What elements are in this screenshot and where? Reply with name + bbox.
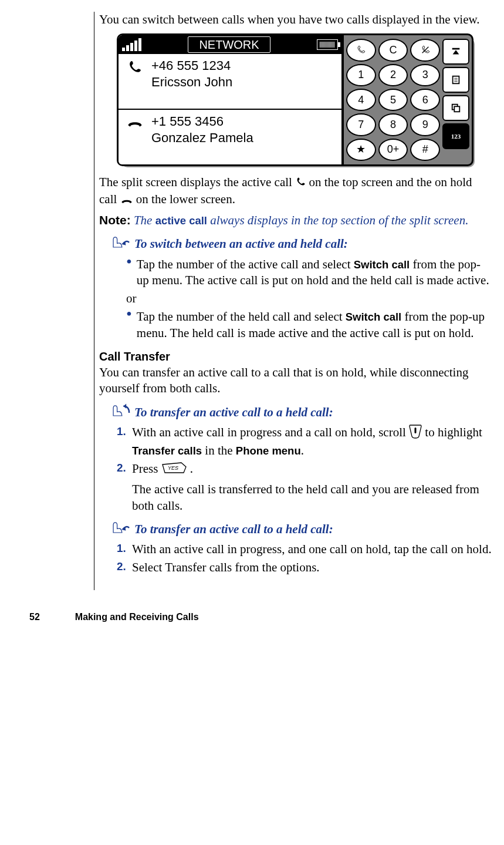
side-up-icon — [442, 39, 469, 65]
split-description: The split screen displays the active cal… — [99, 174, 492, 208]
svg-rect-1 — [452, 48, 460, 50]
key-mute-icon — [410, 39, 440, 61]
keypad: C 1 2 3 4 5 6 7 8 9 ★ 0+ # — [344, 35, 442, 164]
key-6: 6 — [410, 89, 440, 111]
step-item: 2. Press YES . — [117, 461, 492, 478]
page-number: 52 — [29, 611, 40, 624]
key-3: 3 — [410, 64, 440, 86]
note-label: Note: — [99, 213, 131, 227]
battery-icon — [317, 39, 338, 50]
key-hash: # — [410, 139, 440, 161]
key-8: 8 — [378, 113, 408, 136]
scroll-key-icon — [409, 425, 422, 443]
bullet-item: • Tap the number of the active call and … — [126, 257, 492, 289]
tap-back-icon — [111, 403, 132, 422]
footer-title: Making and Receiving Calls — [75, 611, 199, 624]
call-transfer-heading: Call Transfer — [99, 349, 492, 365]
tap-arrow-icon — [111, 234, 132, 254]
key-7: 7 — [346, 113, 376, 136]
side-panel: 123 — [442, 35, 472, 164]
svg-rect-8 — [454, 107, 459, 112]
key-5: 5 — [378, 89, 408, 111]
or-text: or — [126, 291, 492, 307]
svg-marker-2 — [453, 51, 459, 55]
phone-screen-illustration: NETWORK +46 555 1234 Ericsson John — [117, 33, 475, 166]
procedure-heading-transfer-2: To transfer an active call to a held cal… — [111, 520, 492, 539]
svg-rect-11 — [415, 427, 417, 433]
key-9: 9 — [410, 113, 440, 136]
active-call-number: +46 555 1234 — [151, 58, 232, 74]
network-label: NETWORK — [188, 36, 270, 53]
transfer-intro: You can transfer an active call to a cal… — [99, 365, 492, 397]
side-list-icon — [442, 67, 469, 93]
side-windows-icon — [442, 95, 469, 121]
procedure-heading-transfer-1: To transfer an active call to a held cal… — [111, 403, 492, 422]
page-footer: 52 Making and Receiving Calls — [29, 611, 492, 624]
key-4: 4 — [346, 89, 376, 111]
key-0: 0+ — [378, 139, 408, 161]
note-paragraph: Note: The active call always displays in… — [99, 212, 492, 228]
active-call-icon — [127, 58, 144, 80]
active-call-row: +46 555 1234 Ericsson John — [119, 54, 341, 109]
side-123-icon: 123 — [442, 123, 469, 149]
held-call-number: +1 555 3456 — [151, 113, 253, 130]
active-call-inline-icon — [295, 176, 306, 191]
key-call-icon — [346, 39, 376, 61]
status-bar: NETWORK — [119, 35, 341, 54]
tap-arrow-icon — [111, 520, 132, 539]
held-call-row: +1 555 3456 Gonzalez Pamela — [119, 109, 341, 164]
svg-text:YES: YES — [168, 465, 178, 471]
step-item: 1. With an active call in progress, and … — [117, 541, 492, 557]
svg-marker-10 — [123, 403, 126, 408]
key-star: ★ — [346, 139, 376, 161]
key-2: 2 — [378, 64, 408, 86]
active-call-name: Ericsson John — [151, 74, 232, 90]
step-item: 1. With an active call in progress and a… — [117, 425, 492, 459]
key-c: C — [378, 39, 408, 61]
held-call-icon — [127, 113, 144, 133]
procedure-heading-switch: To switch between an active and held cal… — [111, 234, 492, 254]
bullet-item: • Tap the number of the held call and se… — [126, 309, 492, 341]
intro-text: You can switch between calls when you ha… — [99, 12, 492, 28]
held-call-name: Gonzalez Pamela — [151, 130, 253, 146]
key-1: 1 — [346, 64, 376, 86]
signal-icon — [122, 38, 141, 51]
step-item: 2. Select Transfer calls from the option… — [117, 560, 492, 575]
yes-key-icon: YES — [161, 462, 187, 478]
step-result: The active call is transferred to the he… — [132, 482, 492, 514]
held-call-inline-icon — [120, 193, 133, 208]
